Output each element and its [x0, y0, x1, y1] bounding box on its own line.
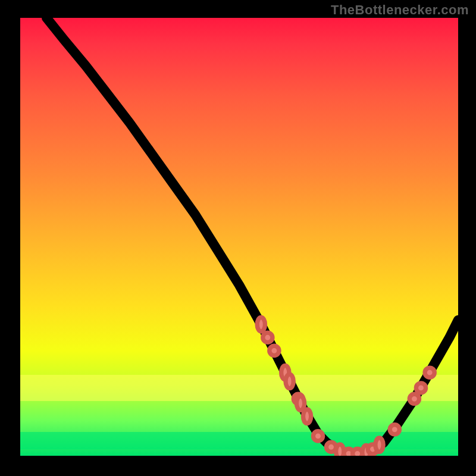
marker-dot	[270, 346, 279, 355]
marker-dot	[313, 431, 322, 441]
frame-border-bottom	[0, 456, 476, 476]
plot-area	[20, 18, 458, 456]
marker-dot	[257, 317, 265, 331]
marker-dot	[303, 409, 311, 424]
frame-border-right	[458, 0, 476, 476]
marker-dot	[375, 438, 383, 452]
markers-layer	[20, 18, 458, 456]
marker-dot	[390, 425, 399, 434]
frame-border-left	[0, 0, 20, 476]
marker-dot	[409, 394, 419, 403]
chart-frame: TheBottlenecker.com	[0, 0, 476, 476]
watermark-text: TheBottlenecker.com	[331, 2, 469, 18]
marker-dot	[263, 333, 273, 342]
marker-dot	[296, 396, 304, 411]
marker-dot	[425, 368, 434, 377]
marker-dot	[286, 374, 293, 389]
marker-dot	[416, 383, 425, 393]
